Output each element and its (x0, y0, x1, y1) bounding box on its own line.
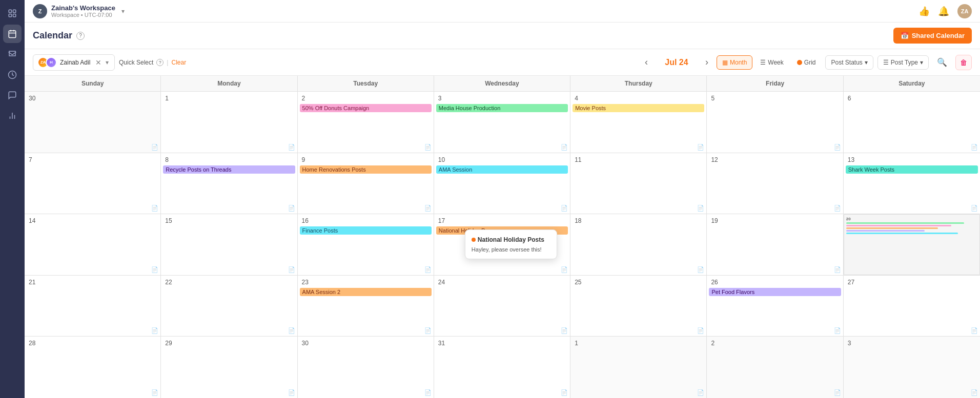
calendar-day[interactable]: 3 📄 (844, 337, 980, 398)
calendar-day[interactable]: 10 AMA Session 📄 (434, 153, 570, 214)
workspace-selector[interactable]: Z Zainab's Workspace Workspace • UTC-07:… (33, 4, 125, 18)
calendar-day[interactable]: 5 📄 (707, 92, 843, 153)
calendar-day[interactable]: 11 📄 (570, 153, 707, 214)
calendar-day[interactable]: 7 📄 (25, 153, 161, 214)
prev-month-button[interactable]: ‹ (641, 55, 652, 70)
post-status-dropdown[interactable]: Post Status ▾ (825, 55, 873, 70)
clear-button[interactable]: Clear (171, 59, 186, 66)
doc-icon: 📄 (697, 266, 704, 273)
sidebar-icon-analytics[interactable] (3, 66, 22, 84)
doc-icon: 📄 (288, 144, 295, 151)
doc-icon: 📄 (288, 266, 295, 273)
calendar-day[interactable]: 14 📄 (25, 214, 161, 275)
sidebar-icon-calendar[interactable] (3, 25, 22, 43)
calendar-grid: 30 📄 1 📄 2 50% Off Donuts Campaign 📄 3 M… (25, 92, 980, 398)
shared-calendar-button[interactable]: 📅 Shared Calendar (893, 28, 972, 44)
calendar-day[interactable]: 4 Movie Posts 📄 (570, 92, 707, 153)
event-media-house[interactable]: Media House Production (436, 104, 568, 112)
calendar-day[interactable]: 15 📄 (161, 214, 297, 275)
quick-select-help-icon[interactable]: ? (156, 59, 164, 66)
event-pet-food[interactable]: Pet Food Flavors (709, 288, 841, 296)
day-header-friday: Friday (707, 76, 843, 91)
event-shark-week[interactable]: Shark Week Posts (846, 165, 978, 174)
svg-rect-4 (9, 31, 16, 38)
grid-view-button[interactable]: Grid (791, 55, 822, 70)
workspace-avatar: Z (33, 4, 47, 18)
calendar-day[interactable]: 13 Shark Week Posts 📄 (844, 153, 980, 214)
event-home-renovations[interactable]: Home Renovations Posts (300, 165, 432, 174)
day-number: 3 (846, 339, 853, 348)
calendar-day[interactable]: 24 📄 (434, 276, 570, 337)
notifications-icon[interactable]: 🔔 (938, 6, 949, 17)
day-number: 26 (709, 278, 720, 287)
event-ama-session-2[interactable]: AMA Session 2 (300, 288, 432, 296)
day-number: 29 (163, 339, 174, 348)
post-type-dropdown[interactable]: ☰ Post Type ▾ (877, 55, 929, 70)
calendar-day[interactable]: 25 📄 (570, 276, 707, 337)
month-view-button[interactable]: ▦ Month (717, 55, 752, 70)
week-view-button[interactable]: ☰ Week (754, 55, 789, 70)
calendar-day[interactable]: 17 National Holiday P... National Holida… (434, 214, 570, 275)
week-icon: ☰ (760, 59, 766, 66)
user-filter-close-icon[interactable]: ✕ (95, 58, 101, 67)
calendar-day[interactable]: 30 📄 (298, 337, 434, 398)
clear-filter-button[interactable]: 🗑 (955, 55, 972, 70)
sidebar-icon-chat[interactable] (3, 86, 22, 104)
search-button[interactable]: 🔍 (933, 54, 951, 70)
doc-icon: 📄 (561, 327, 568, 334)
day-number: 3 (436, 94, 444, 103)
svg-rect-1 (13, 10, 16, 12)
calendar-day[interactable]: 3 Media House Production 📄 (434, 92, 570, 153)
calendar-day[interactable]: 22 📄 (161, 276, 297, 337)
sidebar (0, 0, 25, 398)
calendar-day[interactable]: 27 📄 (844, 276, 980, 337)
event-50-off-donuts[interactable]: 50% Off Donuts Campaign (300, 104, 432, 112)
event-movie-posts[interactable]: Movie Posts (573, 104, 704, 112)
doc-icon: 📄 (288, 389, 295, 396)
sidebar-icon-home[interactable] (3, 4, 22, 23)
calendar-day[interactable]: 8 Recycle Posts on Threads 📄 (161, 153, 297, 214)
calendar-day[interactable]: 21 📄 (25, 276, 161, 337)
user-filter-chevron-icon[interactable]: ▾ (106, 59, 109, 66)
day-number: 11 (573, 155, 583, 164)
doc-icon: 📄 (561, 205, 568, 212)
calendar-day[interactable]: 18 📄 (570, 214, 707, 275)
event-ama-session[interactable]: AMA Session (436, 165, 568, 174)
calendar-day[interactable]: 19 📄 (707, 214, 843, 275)
event-finance-posts[interactable]: Finance Posts (300, 226, 432, 235)
help-icon[interactable]: ? (76, 32, 85, 40)
calendar-day[interactable]: 30 📄 (25, 92, 161, 153)
calendar-day[interactable]: 2 50% Off Donuts Campaign 📄 (298, 92, 434, 153)
calendar-day[interactable]: 31 📄 (434, 337, 570, 398)
calendar-day[interactable]: 6 📄 (844, 92, 980, 153)
calendar-day[interactable]: 9 Home Renovations Posts 📄 (298, 153, 434, 214)
sidebar-icon-compose[interactable] (3, 45, 22, 64)
doc-icon: 📄 (424, 144, 432, 151)
user-avatar[interactable]: ZA (957, 4, 972, 18)
thumbs-icon[interactable]: 👍 (918, 6, 930, 17)
calendar-day[interactable]: 2 📄 (707, 337, 843, 398)
popup-text: Hayley, please oversee this! (472, 246, 550, 253)
post-type-icon: ☰ (883, 59, 889, 66)
popup-title: National Holiday Posts (472, 236, 550, 243)
calendar-day[interactable]: 29 📄 (161, 337, 297, 398)
calendar-day[interactable]: 26 Pet Food Flavors 📄 (707, 276, 843, 337)
calendar-day[interactable]: 20 20 (844, 214, 980, 275)
workspace-chevron-icon: ▾ (121, 8, 125, 15)
next-month-button[interactable]: › (701, 55, 712, 70)
day-number: 10 (436, 155, 447, 164)
doc-icon: 📄 (561, 144, 568, 151)
calendar-day[interactable]: 28 📄 (25, 337, 161, 398)
calendar-week-2: 7 📄 8 Recycle Posts on Threads 📄 9 Home … (25, 153, 980, 215)
calendar-day[interactable]: 23 AMA Session 2 📄 (298, 276, 434, 337)
user-filter[interactable]: ZA H Zainab Adil ✕ ▾ (33, 54, 115, 71)
calendar-day[interactable]: 12 📄 (707, 153, 843, 214)
day-headers: Sunday Monday Tuesday Wednesday Thursday… (25, 76, 980, 92)
event-recycle-posts[interactable]: Recycle Posts on Threads (163, 165, 295, 174)
calendar-day[interactable]: 16 Finance Posts 📄 (298, 214, 434, 275)
calendar-day[interactable]: 1 📄 (161, 92, 297, 153)
doc-icon: 📄 (561, 266, 568, 273)
sidebar-icon-reports[interactable] (3, 107, 22, 125)
svg-rect-2 (9, 14, 11, 17)
calendar-day[interactable]: 1 📄 (570, 337, 707, 398)
